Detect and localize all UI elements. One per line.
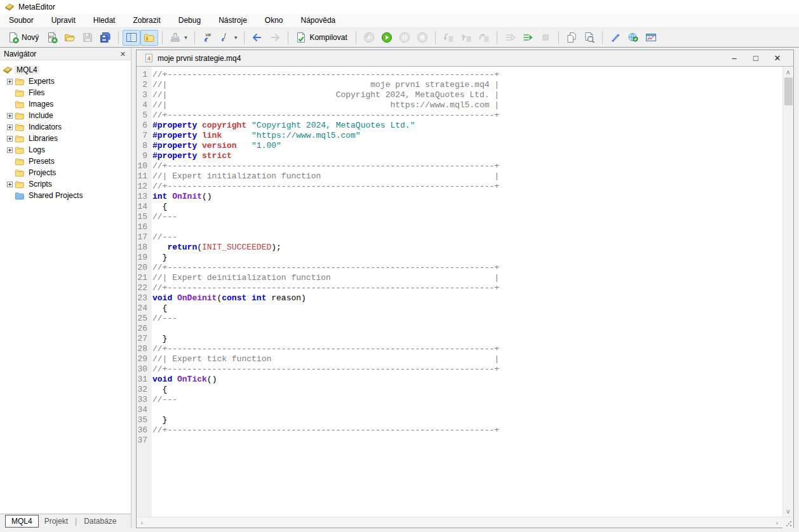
tree-item-experts[interactable]: Experts: [3, 76, 131, 87]
goto-variable-button[interactable]: var: [199, 30, 217, 46]
copy-text-button[interactable]: [563, 30, 581, 46]
profiler-stop-button[interactable]: [537, 30, 554, 46]
compile-icon: [295, 32, 307, 43]
dropdown-arrow-icon[interactable]: ▾: [184, 34, 187, 41]
profiler-history-button[interactable]: [519, 30, 537, 46]
step-over-button[interactable]: [475, 30, 493, 46]
step-into-button[interactable]: [440, 30, 457, 46]
expand-plus-icon[interactable]: [7, 113, 13, 119]
svg-text:proj: proj: [49, 34, 54, 38]
snippets-button[interactable]: ▾: [166, 30, 191, 46]
code-text: //| Copyright 2024, MetaQuotes Ltd. |: [152, 90, 499, 100]
nav-tab-projekt[interactable]: Projekt: [39, 515, 74, 527]
tree-item-mql4[interactable]: MQL4: [3, 64, 131, 76]
book-icon: [3, 65, 13, 75]
code-text: }: [152, 253, 167, 263]
navigate-back-button[interactable]: [248, 30, 266, 46]
nav-tab-mql4[interactable]: MQL4: [5, 515, 39, 528]
scroll-up-icon[interactable]: ∧: [783, 67, 794, 77]
code-text: //+-------------------------------------…: [152, 364, 499, 375]
vertical-scrollbar[interactable]: ∧ ∨: [782, 67, 793, 517]
toggle-toolbox-button[interactable]: [140, 30, 158, 46]
debug-start-button[interactable]: [378, 30, 396, 46]
expand-plus-icon[interactable]: [7, 124, 13, 130]
tree-item-label: Files: [27, 88, 46, 97]
line-number: 34: [137, 405, 151, 415]
menu-item-napoveda[interactable]: Nápověda: [292, 14, 345, 27]
toolbar-separator: [244, 31, 245, 44]
dropdown-arrow-icon[interactable]: ▾: [234, 34, 238, 41]
file-tab[interactable]: 4 moje prvni strategie.mq4: [137, 50, 248, 66]
expand-plus-icon[interactable]: [7, 136, 13, 142]
open-terminal-button[interactable]: [642, 30, 660, 46]
tree-item-libraries[interactable]: Libraries: [3, 133, 131, 144]
expand-plus-icon[interactable]: [7, 182, 13, 187]
line-number: 32: [137, 385, 151, 395]
tree-item-scripts[interactable]: Scripts: [3, 178, 131, 190]
compile-button[interactable]: Kompilovat: [292, 30, 351, 46]
tree-item-logs[interactable]: Logs: [3, 144, 131, 156]
toggle-navigator-button[interactable]: [123, 30, 140, 46]
nav-tab-databaze[interactable]: Databáze: [78, 515, 122, 527]
styler-button[interactable]: [607, 30, 624, 46]
menu-item-soubor[interactable]: Soubor: [0, 14, 43, 27]
line-number: 10: [137, 161, 151, 171]
expand-plus-icon[interactable]: [7, 147, 13, 153]
tree-item-shared-projects[interactable]: Shared Projects: [3, 190, 131, 201]
scroll-down-icon[interactable]: ∨: [783, 506, 794, 517]
mql5-community-button[interactable]: [624, 30, 642, 46]
horizontal-scrollbar[interactable]: ‹ ›: [137, 517, 782, 528]
menu-item-debug[interactable]: Debug: [170, 14, 210, 27]
menu-item-upravit[interactable]: Upravit: [43, 14, 84, 27]
debug-pause-button[interactable]: [396, 30, 413, 46]
profiler-start-button[interactable]: [501, 30, 519, 46]
save-all-button[interactable]: [97, 30, 114, 46]
tree-item-include[interactable]: Include: [3, 110, 131, 121]
minimize-button[interactable]: –: [723, 51, 745, 66]
tree-item-images[interactable]: Images: [3, 98, 131, 110]
folder-icon: [15, 122, 25, 132]
mq4-file-icon: 4: [144, 53, 154, 63]
copy-icon: [566, 32, 577, 43]
search-in-files-button[interactable]: [581, 30, 598, 46]
menu-item-okno[interactable]: Okno: [256, 14, 292, 27]
search-files-icon: [584, 32, 595, 43]
folder-icon: [15, 145, 25, 155]
scroll-right-icon[interactable]: ›: [772, 517, 782, 528]
maximize-button[interactable]: □: [745, 51, 767, 66]
tree-item-presets[interactable]: Presets: [3, 156, 131, 167]
panel-splitter[interactable]: [131, 48, 136, 528]
close-icon[interactable]: ✕: [119, 50, 127, 58]
code-text: //+-------------------------------------…: [152, 344, 499, 354]
new-file-button[interactable]: Nový: [4, 30, 43, 46]
tree-item-indicators[interactable]: Indicators: [3, 121, 131, 133]
code-text: //+-------------------------------------…: [152, 110, 499, 121]
tree-item-files[interactable]: Files: [3, 87, 131, 98]
save-button[interactable]: [79, 30, 97, 46]
vertical-scroll-thumb[interactable]: [784, 77, 793, 105]
menu-item-hledat[interactable]: Hledat: [84, 14, 124, 27]
close-button[interactable]: ✕: [767, 51, 788, 66]
line-number: 2: [137, 80, 151, 90]
resize-grip-icon[interactable]: [786, 521, 792, 527]
svg-text:4: 4: [147, 55, 151, 62]
debug-restart-button[interactable]: [360, 30, 378, 46]
open-file-button[interactable]: [61, 30, 79, 46]
expand-plus-icon[interactable]: [7, 79, 13, 84]
toolbar-group: [605, 30, 662, 46]
tree-item-projects[interactable]: Projects: [3, 167, 131, 178]
code-editor[interactable]: 1//+------------------------------------…: [137, 67, 782, 517]
window-controls: – □ ✕: [723, 51, 793, 66]
scroll-left-icon[interactable]: ‹: [137, 517, 147, 528]
new-project-button[interactable]: proj: [43, 30, 61, 46]
menu-item-zobrazit[interactable]: Zobrazit: [124, 14, 169, 27]
navigate-forward-button[interactable]: [266, 30, 284, 46]
line-number: 26: [137, 324, 151, 334]
line-number: 13: [137, 192, 151, 202]
menu-item-nastroje[interactable]: Nástroje: [210, 14, 256, 27]
code-text: return(INIT_SUCCEEDED);: [152, 243, 281, 253]
debug-stop-button[interactable]: [413, 30, 431, 46]
code-text: //+-------------------------------------…: [152, 161, 499, 171]
goto-function-button[interactable]: f▾: [217, 30, 241, 46]
step-out-button[interactable]: [457, 30, 475, 46]
